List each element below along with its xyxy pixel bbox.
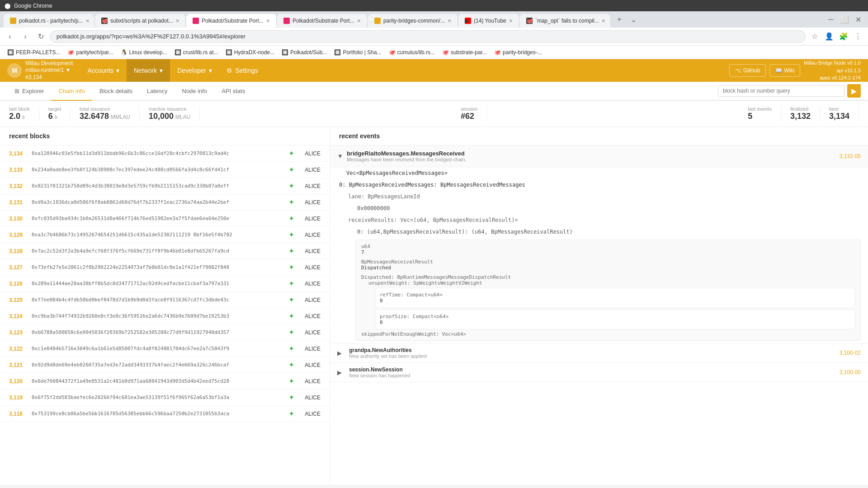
sub-nav-explorer[interactable]: ⊞ Explorer [7,82,51,101]
browser-toolbar: ‹ › ↻ ☆ 👤 🧩 ⋮ [0,28,868,46]
bookmark-parity-bridges[interactable]: 🐙 parity-bridges-... [491,48,545,56]
block-number[interactable]: 3,121 [9,362,32,368]
bookmark-cumulus[interactable]: 🐙 cumulus/lib.rs... [386,48,438,56]
nav-item-accounts[interactable]: Accounts ▾ [80,59,127,82]
block-number[interactable]: 3,134 [9,150,32,157]
tab-close-4[interactable]: × [357,17,361,24]
profile-button[interactable]: 👤 [823,30,835,43]
extensions-button[interactable]: 🧩 [837,30,850,43]
tab-label-4: Polkadot/Substrate Port... [292,18,354,24]
browser-tab-7[interactable]: 🐙 `map_opt` fails to compil... × [520,14,610,28]
github-link[interactable]: ⌥ GitHub [729,64,766,77]
stat-total-issuance: total issuance 32.6478 MMLAU [71,106,140,121]
block-number[interactable]: 3,131 [9,199,32,206]
bookmark-substrate-par[interactable]: 🐙 substrate-par... [439,48,490,56]
table-row: 3,129 0xa3c7b4686b73c14952674654251d6615… [0,227,330,243]
detail-reftime-val: 0 [380,298,851,304]
main-content: recent blocks 3,134 0xa120946c03e5fbb11d… [0,127,868,485]
event-bridge-header[interactable]: ▼ bridgeRialtoMessages.MessagesReceived … [330,145,868,167]
event-bridge-detail-0: Vec<BpMessagesReceivedMessages> [330,167,868,179]
bookmark-crust[interactable]: 🔲 crust/lib.rs at... [172,48,221,56]
tab-close-6[interactable]: × [509,17,513,24]
bookmark-icon-10: 🐙 [494,49,501,56]
nav-accounts-label: Accounts [87,67,113,74]
wiki-label: Wiki [784,67,794,74]
browser-tab-2[interactable]: 🐙 subxt/scripts at polkadot... × [95,14,185,28]
new-tab-button[interactable]: + [613,13,626,26]
event-bridge-name: bridgeRialtoMessages.MessagesReceived Me… [347,150,840,162]
event-row-grandpa[interactable]: ▶ grandpa.NewAuthorities New authority s… [330,343,868,363]
block-number[interactable]: 3,127 [9,264,32,271]
browser-tab-1[interactable]: polkadot.rs - paritytech/p... × [4,14,94,28]
search-input[interactable] [718,85,844,97]
reload-button[interactable]: ↻ [34,30,47,43]
nav-item-settings[interactable]: ⚙ Settings [219,59,265,82]
block-hash: 0xa120946c03e5fbb11d3d911bbdb96c6b3c86cc… [32,150,285,156]
block-number[interactable]: 3,118 [9,411,32,417]
event-grandpa-desc: New authority set has been applied [349,353,840,359]
block-number[interactable]: 3,123 [9,329,32,336]
block-number[interactable]: 3,125 [9,297,32,303]
browser-tab-5[interactable]: parity-bridges-common/... × [368,14,458,28]
tab-close-3[interactable]: × [266,17,270,24]
block-number[interactable]: 3,122 [9,346,32,352]
nav-item-developer[interactable]: Developer ▾ [170,59,219,82]
block-number[interactable]: 3,133 [9,167,32,173]
sub-nav-chain-info[interactable]: Chain info [51,82,92,101]
bookmark-linux[interactable]: 🐧 Linux develop... [118,48,170,56]
sub-nav-api-stats[interactable]: API stats [214,82,252,101]
detail-proofsize-val: 0 [380,319,851,325]
target-label: target [48,106,61,112]
tab-label-1: polkadot.rs - paritytech/p... [19,18,83,24]
bookmark-paritytech[interactable]: 🐙 paritytech/par... [65,48,116,56]
event-session-ref[interactable]: 3,100-00 [840,369,861,375]
tab-close-5[interactable]: × [448,17,451,24]
block-number[interactable]: 3,119 [9,394,32,401]
block-number[interactable]: 3,124 [9,313,32,319]
event-row-session[interactable]: ▶ session.NewSession New session has hap… [330,363,868,382]
block-number[interactable]: 3,130 [9,216,32,222]
block-number[interactable]: 3,120 [9,378,32,385]
block-number[interactable]: 3,129 [9,232,32,238]
bookmark-polkadot-sub[interactable]: 🔲 Polkadot/Sub... [279,48,330,56]
bookmark-hydradx[interactable]: 🔲 HydraDX-node... [223,48,277,56]
block-number[interactable]: 3,126 [9,281,32,287]
tab-close-7[interactable]: × [602,17,605,24]
block-author: ALICE [298,346,321,352]
event-bridge-ref[interactable]: 3,132-05 [840,153,861,160]
block-number[interactable]: 3,132 [9,183,32,189]
event-grandpa-ref[interactable]: 3,100-02 [840,350,861,356]
bookmarks-button[interactable]: ☆ [808,30,821,43]
bookmark-peer-pallets[interactable]: 🔲 PEER-PALLETS... [5,48,63,56]
address-bar[interactable] [50,30,806,43]
wiki-link[interactable]: 📖 Wiki [769,64,800,77]
block-status-icon: ✦ [288,409,294,418]
tab-search-button[interactable]: ⌄ [627,13,640,26]
event-grandpa-toggle[interactable]: ▶ [337,350,342,357]
event-bridge-toggle[interactable]: ▼ [337,153,343,160]
brand-line1: Millau Development [25,60,73,67]
restore-button[interactable]: ⬜ [838,13,851,26]
back-button[interactable]: ‹ [4,30,16,43]
sub-nav-node-info[interactable]: Node info [175,82,215,101]
event-session-toggle[interactable]: ▶ [337,369,342,376]
browser-tab-3[interactable]: Polkadot/Substrate Port... × [186,14,276,28]
browser-tab-4[interactable]: Polkadot/Substrate Port... × [277,14,367,28]
brand-line2[interactable]: millau-runtime/1 ▼ [25,67,73,74]
tab-close-1[interactable]: × [85,17,89,24]
bookmark-portfolio[interactable]: 🔲 Portfolio | Sha... [331,48,384,56]
nav-item-network[interactable]: Network ▾ [127,59,170,82]
more-button[interactable]: ⋮ [852,30,864,43]
tab-close-2[interactable]: × [176,17,179,24]
sub-nav-block-details[interactable]: Block details [92,82,140,101]
block-number[interactable]: 3,128 [9,248,32,254]
search-button[interactable]: ▶ [847,84,861,98]
forward-button[interactable]: › [19,30,32,43]
detail-dispatched-inner: unspentWeight: SpWeightsWeightV2Weight r… [361,280,855,329]
minimize-button[interactable]: ─ [825,13,837,26]
sub-nav-node-info-label: Node info [182,88,208,94]
browser-tab-6[interactable]: ▶ (14) YouTube × [458,14,519,28]
close-button[interactable]: ✕ [852,13,864,26]
sub-nav-latency[interactable]: Latency [140,82,175,101]
detail-u64-val: 7 [361,249,855,255]
